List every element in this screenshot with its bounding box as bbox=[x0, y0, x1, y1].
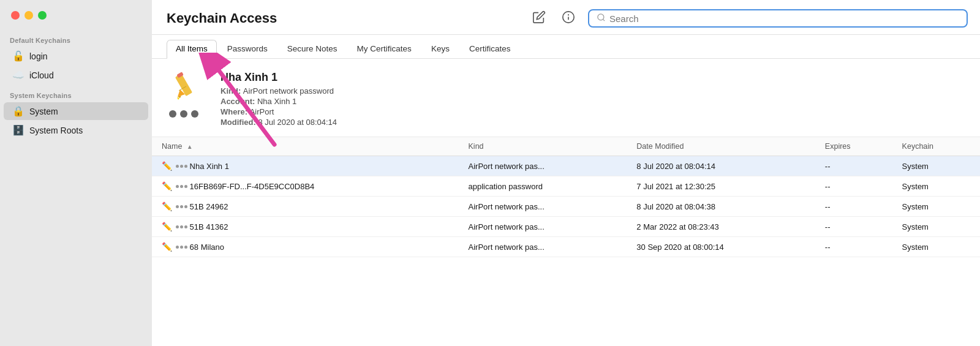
col-header-name[interactable]: Name ▲ bbox=[152, 137, 459, 156]
mini-pencil-icon: ✏️ bbox=[162, 222, 172, 231]
edit-icon bbox=[532, 10, 546, 27]
cell-date-modified: 2 Mar 2022 at 08:23:43 bbox=[627, 217, 815, 237]
tab-secure-notes[interactable]: Secure Notes bbox=[278, 40, 347, 59]
cell-keychain: System bbox=[892, 237, 980, 257]
row-icon: ✏️ bbox=[162, 161, 187, 171]
mini-dots bbox=[176, 246, 187, 249]
cell-name: ✏️ 51B 41362 bbox=[152, 217, 459, 237]
header: Keychain Access bbox=[152, 0, 980, 35]
cell-name: ✏️ 16FB869F-FD...F-4D5E9CC0D8B4 bbox=[152, 176, 459, 197]
mini-pencil-icon: ✏️ bbox=[162, 242, 172, 252]
sidebar-item-label: System bbox=[29, 107, 58, 116]
info-icon-button[interactable] bbox=[559, 9, 578, 28]
cell-kind: application password bbox=[459, 176, 627, 197]
row-icon: ✏️ bbox=[162, 222, 187, 231]
cell-kind: AirPort network pas... bbox=[459, 237, 627, 257]
table-row[interactable]: ✏️ 51B 41362 AirPort network pas... 2 Ma… bbox=[152, 217, 980, 237]
sidebar-item-system[interactable]: 🔒 System bbox=[4, 102, 148, 120]
table-row[interactable]: ✏️ 68 Milano AirPort network pas... 30 S… bbox=[152, 237, 980, 257]
cell-expires: -- bbox=[815, 217, 892, 237]
tab-certificates[interactable]: Certificates bbox=[460, 40, 520, 59]
svg-line-4 bbox=[603, 19, 605, 21]
search-box[interactable] bbox=[588, 9, 968, 28]
cell-expires: -- bbox=[815, 156, 892, 176]
preview-dots bbox=[169, 110, 211, 118]
col-header-keychain[interactable]: Keychain bbox=[892, 137, 980, 156]
row-icon: ✏️ bbox=[162, 181, 187, 191]
row-icon: ✏️ bbox=[162, 201, 187, 211]
cell-kind: AirPort network pas... bbox=[459, 156, 627, 176]
sidebar: Default Keychains 🔓 login ☁️ iCloud Syst… bbox=[0, 0, 152, 346]
system-keychains-label: System Keychains bbox=[0, 85, 152, 102]
mini-pencil-icon: ✏️ bbox=[162, 161, 172, 171]
main-content: Keychain Access bbox=[152, 0, 980, 346]
row-icon: ✏️ bbox=[162, 242, 187, 252]
table-header-row: Name ▲ Kind Date Modified Expires Keycha… bbox=[152, 137, 980, 156]
preview-panel: Nha Xinh 1 Kind: AirPort network passwor… bbox=[152, 59, 980, 137]
preview-icon bbox=[167, 69, 211, 113]
cell-name: ✏️ 68 Milano bbox=[152, 237, 459, 257]
preview-name: Nha Xinh 1 bbox=[221, 71, 965, 84]
mini-dots bbox=[176, 185, 187, 188]
svg-point-3 bbox=[598, 14, 604, 20]
tab-passwords[interactable]: Passwords bbox=[218, 40, 277, 59]
cell-kind: AirPort network pas... bbox=[459, 217, 627, 237]
table-row[interactable]: ✏️ 16FB869F-FD...F-4D5E9CC0D8B4 applicat… bbox=[152, 176, 980, 197]
mini-dots bbox=[176, 165, 187, 168]
tab-keys[interactable]: Keys bbox=[422, 40, 459, 59]
table-row[interactable]: ✏️ 51B 24962 AirPort network pas... 8 Ju… bbox=[152, 197, 980, 217]
cell-keychain: System bbox=[892, 217, 980, 237]
cell-date-modified: 8 Jul 2020 at 08:04:38 bbox=[627, 197, 815, 217]
sidebar-item-system-roots[interactable]: 🗄️ System Roots bbox=[4, 121, 148, 139]
items-table: Name ▲ Kind Date Modified Expires Keycha… bbox=[152, 137, 980, 257]
col-header-date-modified[interactable]: Date Modified bbox=[627, 137, 815, 156]
sidebar-item-icloud[interactable]: ☁️ iCloud bbox=[4, 66, 148, 84]
sidebar-item-label: login bbox=[29, 51, 48, 61]
cell-keychain: System bbox=[892, 197, 980, 217]
cell-date-modified: 8 Jul 2020 at 08:04:14 bbox=[627, 156, 815, 176]
cell-date-modified: 30 Sep 2020 at 08:00:14 bbox=[627, 237, 815, 257]
app-title: Keychain Access bbox=[167, 10, 277, 26]
sidebar-item-label: iCloud bbox=[29, 70, 54, 80]
svg-rect-5 bbox=[175, 73, 192, 96]
preview-field-kind: Kind: AirPort network password bbox=[221, 86, 965, 96]
edit-icon-button[interactable] bbox=[529, 9, 549, 28]
cabinet-icon: 🗄️ bbox=[12, 124, 24, 136]
cell-kind: AirPort network pas... bbox=[459, 197, 627, 217]
maximize-button[interactable] bbox=[38, 11, 47, 20]
mini-pencil-icon: ✏️ bbox=[162, 201, 172, 211]
cell-keychain: System bbox=[892, 176, 980, 197]
sidebar-item-label: System Roots bbox=[29, 126, 83, 135]
traffic-lights bbox=[11, 11, 47, 20]
default-keychains-label: Default Keychains bbox=[0, 29, 152, 47]
preview-field-where: Where: AirPort bbox=[221, 107, 965, 116]
cell-name: ✏️ 51B 24962 bbox=[152, 197, 459, 217]
mini-dots bbox=[176, 225, 187, 228]
mini-pencil-icon: ✏️ bbox=[162, 181, 172, 191]
table-row[interactable]: ✏️ Nha Xinh 1 AirPort network pas... 8 J… bbox=[152, 156, 980, 176]
search-icon bbox=[597, 13, 606, 24]
mini-dots bbox=[176, 205, 187, 208]
preview-field-modified: Modified: 8 Jul 2020 at 08:04:14 bbox=[221, 118, 965, 127]
close-button[interactable] bbox=[11, 11, 20, 20]
preview-info: Nha Xinh 1 Kind: AirPort network passwor… bbox=[221, 69, 965, 128]
tab-bar: All Items Passwords Secure Notes My Cert… bbox=[152, 35, 980, 59]
cell-expires: -- bbox=[815, 237, 892, 257]
table-container[interactable]: Name ▲ Kind Date Modified Expires Keycha… bbox=[152, 137, 980, 346]
col-header-kind[interactable]: Kind bbox=[459, 137, 627, 156]
cell-expires: -- bbox=[815, 176, 892, 197]
search-input[interactable] bbox=[609, 13, 959, 24]
cell-keychain: System bbox=[892, 156, 980, 176]
cell-expires: -- bbox=[815, 197, 892, 217]
minimize-button[interactable] bbox=[24, 11, 33, 20]
cell-name: ✏️ Nha Xinh 1 bbox=[152, 156, 459, 176]
tab-my-certificates[interactable]: My Certificates bbox=[348, 40, 421, 59]
tab-all-items[interactable]: All Items bbox=[167, 40, 217, 59]
sidebar-item-login[interactable]: 🔓 login bbox=[4, 47, 148, 65]
lock-open-icon: 🔓 bbox=[12, 50, 24, 62]
sort-asc-icon: ▲ bbox=[187, 143, 193, 150]
col-header-expires[interactable]: Expires bbox=[815, 137, 892, 156]
cloud-icon: ☁️ bbox=[12, 69, 24, 81]
preview-field-account: Account: Nha Xinh 1 bbox=[221, 97, 965, 106]
cell-date-modified: 7 Jul 2021 at 12:30:25 bbox=[627, 176, 815, 197]
